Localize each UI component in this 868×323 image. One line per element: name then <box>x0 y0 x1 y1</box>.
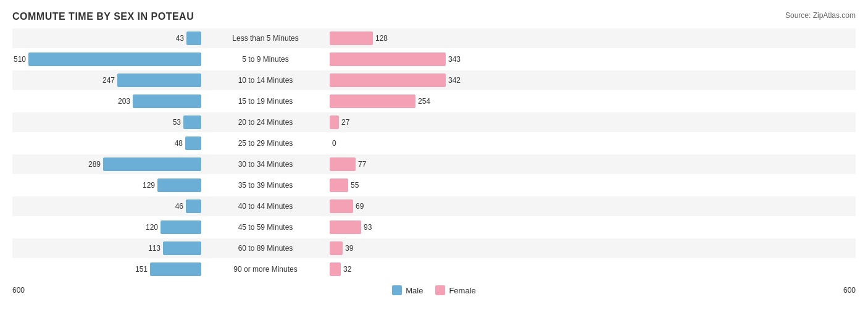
table-row: 151 90 or more Minutes 32 <box>12 259 856 279</box>
male-value: 247 <box>96 76 115 85</box>
chart-source: Source: ZipAtlas.com <box>785 11 856 20</box>
table-row: 510 5 to 9 Minutes 343 <box>12 49 856 69</box>
table-row: 53 20 to 24 Minutes 27 <box>12 112 856 132</box>
female-bar <box>330 31 373 45</box>
legend: Male Female <box>49 285 819 295</box>
table-row: 289 30 to 34 Minutes 77 <box>12 154 856 174</box>
male-bar <box>157 178 201 192</box>
right-section: 27 <box>327 115 519 129</box>
male-value: 46 <box>165 202 183 211</box>
legend-female-label: Female <box>449 286 475 295</box>
right-section: 342 <box>327 73 519 87</box>
female-value: 254 <box>418 97 436 106</box>
left-section: 203 <box>12 94 204 108</box>
table-row: 129 35 to 39 Minutes 55 <box>12 175 856 195</box>
male-value: 43 <box>165 34 184 43</box>
male-value: 151 <box>129 265 148 274</box>
female-value: 27 <box>341 118 360 127</box>
axis-label-right: 600 <box>819 286 856 295</box>
row-label: 35 to 39 Minutes <box>204 181 327 190</box>
male-value: 53 <box>162 118 181 127</box>
left-section: 289 <box>12 157 204 171</box>
left-section: 247 <box>12 73 204 87</box>
female-value: 32 <box>343 265 362 274</box>
female-value: 69 <box>356 202 374 211</box>
female-value: 128 <box>375 34 394 43</box>
row-label: 10 to 14 Minutes <box>204 76 327 85</box>
chart-header: COMMUTE TIME BY SEX IN POTEAU Source: Zi… <box>12 11 856 22</box>
table-row: 48 25 to 29 Minutes 0 <box>12 133 856 153</box>
male-value: 289 <box>82 160 101 169</box>
table-row: 247 10 to 14 Minutes 342 <box>12 70 856 90</box>
right-section: 39 <box>327 241 519 255</box>
female-bar <box>330 52 446 66</box>
female-value: 93 <box>364 223 382 232</box>
female-value: 77 <box>358 160 377 169</box>
female-bar <box>330 94 415 108</box>
male-bar <box>186 31 201 45</box>
right-section: 69 <box>327 199 519 213</box>
legend-item-male: Male <box>392 285 423 295</box>
left-section: 46 <box>12 199 204 213</box>
female-bar <box>330 241 343 255</box>
legend-item-female: Female <box>435 285 475 295</box>
table-row: 203 15 to 19 Minutes 254 <box>12 91 856 111</box>
female-bar <box>330 199 353 213</box>
female-value: 342 <box>448 76 467 85</box>
right-section: 128 <box>327 31 519 45</box>
male-value: 113 <box>142 244 161 253</box>
right-section: 0 <box>327 136 519 150</box>
axis-label-left: 600 <box>12 286 49 295</box>
left-section: 510 <box>12 52 204 66</box>
female-bar <box>330 157 356 171</box>
row-label: Less than 5 Minutes <box>204 34 327 43</box>
left-section: 151 <box>12 262 204 276</box>
row-label: 60 to 89 Minutes <box>204 244 327 253</box>
row-label: 15 to 19 Minutes <box>204 97 327 106</box>
female-value: 343 <box>448 55 467 64</box>
right-section: 32 <box>327 262 519 276</box>
table-row: 43 Less than 5 Minutes 128 <box>12 28 856 48</box>
male-bar <box>163 241 201 255</box>
right-section: 93 <box>327 220 519 234</box>
male-bar <box>103 157 201 171</box>
right-section: 55 <box>327 178 519 192</box>
left-section: 129 <box>12 178 204 192</box>
row-label: 20 to 24 Minutes <box>204 118 327 127</box>
female-value: 39 <box>345 244 364 253</box>
male-value: 48 <box>164 139 183 148</box>
female-bar <box>330 73 446 87</box>
table-row: 113 60 to 89 Minutes 39 <box>12 238 856 258</box>
male-bar <box>161 220 201 234</box>
bars-area: 43 Less than 5 Minutes 128 510 5 to 9 Mi… <box>12 28 856 280</box>
female-bar <box>330 220 361 234</box>
female-bar <box>330 262 341 276</box>
female-bar <box>330 178 348 192</box>
legend-box-male <box>392 285 402 295</box>
right-section: 254 <box>327 94 519 108</box>
male-bar <box>186 199 201 213</box>
left-section: 48 <box>12 136 204 150</box>
left-section: 120 <box>12 220 204 234</box>
female-value: 55 <box>351 181 369 190</box>
chart-container: COMMUTE TIME BY SEX IN POTEAU Source: Zi… <box>0 0 868 314</box>
table-row: 120 45 to 59 Minutes 93 <box>12 217 856 237</box>
male-value: 120 <box>140 223 158 232</box>
female-bar <box>330 115 339 129</box>
row-label: 45 to 59 Minutes <box>204 223 327 232</box>
left-section: 43 <box>12 31 204 45</box>
chart-footer: 600 Male Female 600 <box>12 285 856 295</box>
female-value: 0 <box>332 139 351 148</box>
male-bar <box>150 262 201 276</box>
legend-box-female <box>435 285 445 295</box>
chart-title: COMMUTE TIME BY SEX IN POTEAU <box>12 11 194 22</box>
right-section: 77 <box>327 157 519 171</box>
male-bar <box>183 115 201 129</box>
male-bar <box>117 73 201 87</box>
male-value: 129 <box>136 181 155 190</box>
row-label: 5 to 9 Minutes <box>204 55 327 64</box>
right-section: 343 <box>327 52 519 66</box>
row-label: 30 to 34 Minutes <box>204 160 327 169</box>
legend-male-label: Male <box>406 286 423 295</box>
male-value: 510 <box>7 55 26 64</box>
